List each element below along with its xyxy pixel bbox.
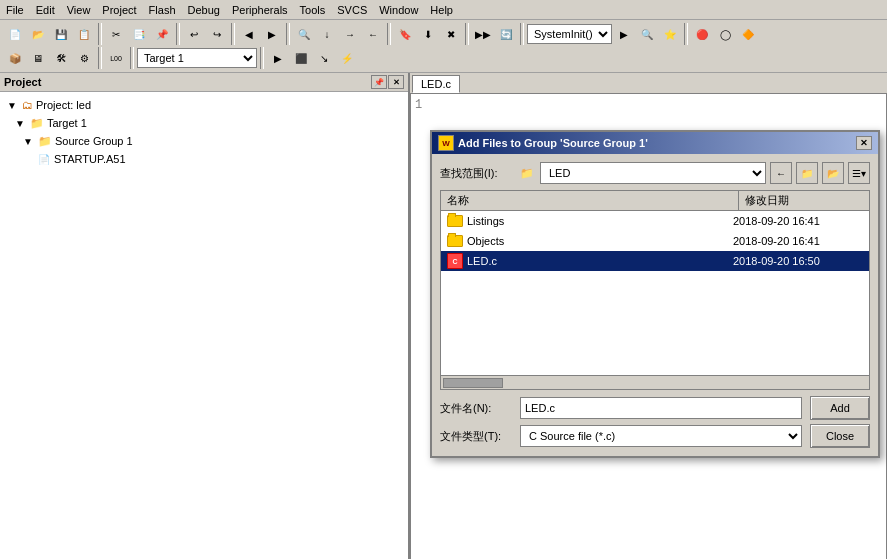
tb2-1[interactable]: 📦 — [4, 47, 26, 69]
toolbar-row-1: 📄 📂 💾 📋 ✂ 📑 📌 ↩ ↪ ◀ ▶ 🔍 ↓ → ← 🔖 ⬇ ✖ ▶▶ 🔄… — [2, 22, 885, 46]
function-select[interactable]: SystemInit() — [527, 24, 612, 44]
dialog-close-btns: Close — [810, 424, 870, 448]
tab-led-c[interactable]: LED.c — [412, 75, 460, 93]
sep9 — [98, 47, 102, 69]
extra3-btn[interactable]: 🔶 — [737, 23, 759, 45]
nav-up-button[interactable]: ← — [770, 162, 792, 184]
dialog-titlebar: W Add Files to Group 'Source Group 1' ✕ — [432, 132, 878, 154]
save-button[interactable]: 💾 — [50, 23, 72, 45]
list-item[interactable]: Objects 2018-09-20 16:41 — [441, 231, 869, 251]
search-fn-btn[interactable]: 🔍 — [636, 23, 658, 45]
project-panel: Project 📌 ✕ ▼ 🗂 Project: led ▼ 📁 Target … — [0, 73, 410, 559]
search-row: 查找范围(I): 📁 LED ← 📁 📂 ☰▾ — [440, 162, 870, 184]
target-expand-icon: ▼ — [12, 115, 28, 131]
menu-window[interactable]: Window — [373, 2, 424, 18]
dialog-title-icon: W — [438, 135, 454, 151]
search-path-combobox[interactable]: LED — [540, 162, 766, 184]
indent-button[interactable]: → — [339, 23, 361, 45]
extra1-btn[interactable]: 🔴 — [691, 23, 713, 45]
horizontal-scrollbar[interactable] — [441, 375, 869, 389]
tree-root[interactable]: ▼ 🗂 Project: led — [4, 96, 404, 114]
redo-button[interactable]: ↪ — [206, 23, 228, 45]
menu-debug[interactable]: Debug — [182, 2, 226, 18]
save-all-button[interactable]: 📋 — [73, 23, 95, 45]
open-button[interactable]: 📂 — [27, 23, 49, 45]
tree-target-label: Target 1 — [47, 117, 87, 129]
menu-svcs[interactable]: SVCS — [331, 2, 373, 18]
bookmark-button[interactable]: 🔖 — [394, 23, 416, 45]
sep8 — [684, 23, 688, 45]
unindent-button[interactable]: ← — [362, 23, 384, 45]
dialog-close-button[interactable]: ✕ — [856, 136, 872, 150]
file-date-ledc: 2018-09-20 16:50 — [733, 255, 863, 267]
rebuild-button[interactable]: 🔄 — [495, 23, 517, 45]
filetype-row: 文件类型(T): C Source file (*.c) Close — [440, 424, 870, 448]
copy-button[interactable]: 📑 — [128, 23, 150, 45]
stop-btn[interactable]: ⬛ — [290, 47, 312, 69]
build-all-button[interactable]: ▶▶ — [472, 23, 494, 45]
add-button[interactable]: Add — [810, 396, 870, 420]
lo-btn[interactable]: L00 — [105, 47, 127, 69]
folder-expand-icon: ▼ — [4, 97, 20, 113]
dialog-buttons: Add — [810, 396, 870, 420]
tree-startup-file[interactable]: 📄 STARTUP.A51 — [36, 150, 404, 168]
flash-btn[interactable]: ⚡ — [336, 47, 358, 69]
project-pin-btn[interactable]: 📌 — [371, 75, 387, 89]
step-btn[interactable]: ↘ — [313, 47, 335, 69]
bookmark-clear-button[interactable]: ✖ — [440, 23, 462, 45]
run-btn[interactable]: ▶ — [267, 47, 289, 69]
menu-help[interactable]: Help — [424, 2, 459, 18]
project-icon: 🗂 — [22, 99, 33, 111]
toolbar-row-2: 📦 🖥 🛠 ⚙ L00 Target 1 ▶ ⬛ ↘ ⚡ — [2, 46, 885, 70]
paste-button[interactable]: 📌 — [151, 23, 173, 45]
undo-button[interactable]: ↩ — [183, 23, 205, 45]
sep6 — [465, 23, 469, 45]
cut-button[interactable]: ✂ — [105, 23, 127, 45]
tb2-2[interactable]: 🖥 — [27, 47, 49, 69]
list-item[interactable]: C LED.c 2018-09-20 16:50 — [441, 251, 869, 271]
nav-fwd-button[interactable]: ▶ — [261, 23, 283, 45]
target-select[interactable]: Target 1 — [137, 48, 257, 68]
filename-input[interactable] — [520, 397, 802, 419]
file-list-header: 名称 修改日期 — [441, 191, 869, 211]
find-next-button[interactable]: ↓ — [316, 23, 338, 45]
menu-edit[interactable]: Edit — [30, 2, 61, 18]
close-button[interactable]: Close — [810, 424, 870, 448]
bookmark-next-button[interactable]: ⬇ — [417, 23, 439, 45]
menu-project[interactable]: Project — [96, 2, 142, 18]
source-group-expand-icon: ▼ — [20, 133, 36, 149]
file-date-listings: 2018-09-20 16:41 — [733, 215, 863, 227]
find-button[interactable]: 🔍 — [293, 23, 315, 45]
file-list-container: 名称 修改日期 Listings 2018-09-20 16:41 — [440, 190, 870, 390]
list-item[interactable]: Listings 2018-09-20 16:41 — [441, 211, 869, 231]
tree-source-group[interactable]: ▼ 📁 Source Group 1 — [20, 132, 404, 150]
nav-folder-button[interactable]: 📁 — [796, 162, 818, 184]
col-name-header[interactable]: 名称 — [441, 191, 739, 210]
filetype-label: 文件类型(T): — [440, 429, 520, 444]
menu-peripherals[interactable]: Peripherals — [226, 2, 294, 18]
filetype-select[interactable]: C Source file (*.c) — [520, 425, 802, 447]
nav-back-button[interactable]: ◀ — [238, 23, 260, 45]
col-date-header[interactable]: 修改日期 — [739, 191, 869, 210]
file-name-objects: Objects — [467, 235, 733, 247]
sep11 — [260, 47, 264, 69]
fav-btn[interactable]: ⭐ — [659, 23, 681, 45]
project-close-btn[interactable]: ✕ — [388, 75, 404, 89]
view-button[interactable]: ☰▾ — [848, 162, 870, 184]
menu-file[interactable]: File — [0, 2, 30, 18]
new-folder-button[interactable]: 📂 — [822, 162, 844, 184]
extra2-btn[interactable]: ◯ — [714, 23, 736, 45]
menu-view[interactable]: View — [61, 2, 97, 18]
tb2-4[interactable]: ⚙ — [73, 47, 95, 69]
go-btn[interactable]: ▶ — [613, 23, 635, 45]
menu-flash[interactable]: Flash — [143, 2, 182, 18]
tree-project-label: Project: led — [36, 99, 91, 111]
tb2-3[interactable]: 🛠 — [50, 47, 72, 69]
scrollbar-thumb[interactable] — [443, 378, 503, 388]
dialog-title-left: W Add Files to Group 'Source Group 1' — [438, 135, 648, 151]
tree-target[interactable]: ▼ 📁 Target 1 — [12, 114, 404, 132]
sep4 — [286, 23, 290, 45]
sep7 — [520, 23, 524, 45]
menu-tools[interactable]: Tools — [294, 2, 332, 18]
new-button[interactable]: 📄 — [4, 23, 26, 45]
